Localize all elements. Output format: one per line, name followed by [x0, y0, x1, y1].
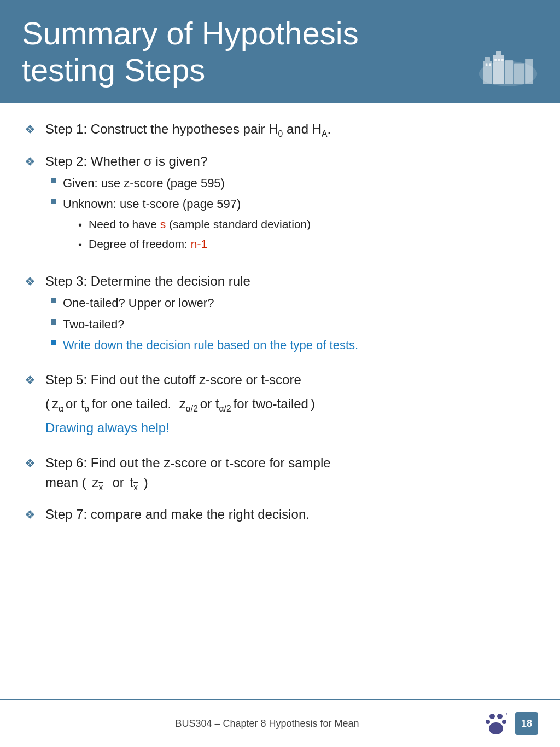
diamond-bullet-1: ❖ — [25, 121, 36, 138]
step-7-text: Step 7: compare and make the right decis… — [45, 505, 535, 524]
svg-rect-11 — [498, 59, 500, 61]
svg-rect-12 — [501, 59, 504, 61]
s-highlight: s — [160, 218, 166, 230]
slide-content: ❖ Step 1: Construct the hypotheses pair … — [0, 103, 560, 699]
square-bullet — [51, 178, 56, 183]
svg-point-16 — [502, 720, 506, 724]
slide-footer: BUS304 – Chapter 8 Hypothesis for Mean '… — [0, 699, 560, 747]
svg-rect-6 — [514, 64, 524, 84]
diamond-bullet-7: ❖ — [25, 507, 36, 524]
steps-list: ❖ Step 1: Construct the hypotheses pair … — [25, 120, 535, 524]
step-6-item: ❖ Step 6: Find out the z-score or t-scor… — [25, 454, 535, 493]
step-3-sub-1: One-tailed? Upper or lower? — [51, 295, 535, 312]
step-2-sublist: Given: use z-score (page 595) Unknown: u… — [51, 175, 535, 256]
svg-rect-7 — [525, 59, 533, 84]
svg-rect-5 — [505, 60, 514, 84]
step-5-text: Step 5: Find out the cutoff z-score or t… — [45, 372, 301, 387]
formula-open-paren: ( — [45, 395, 50, 413]
step-7-item: ❖ Step 7: compare and make the right dec… — [25, 505, 535, 524]
step-1-item: ❖ Step 1: Construct the hypotheses pair … — [25, 120, 535, 140]
dot-bullet: • — [78, 217, 82, 233]
formula-or-1: or tα — [66, 395, 90, 415]
slide-header: Summary of Hypothesistesting Steps — [0, 0, 560, 103]
diamond-bullet-5: ❖ — [25, 372, 36, 389]
step-2-sub-sub-2: • Degree of freedom: n-1 — [78, 236, 535, 252]
step-3-item: ❖ Step 3: Determine the decision rule On… — [25, 272, 535, 358]
degree-freedom-text: Degree of freedom: n-1 — [89, 236, 207, 252]
page-number-badge: 18 — [515, 712, 538, 735]
n-minus-1-highlight: n-1 — [191, 238, 207, 250]
header-logo — [472, 39, 538, 88]
svg-rect-8 — [486, 64, 488, 66]
diamond-bullet-3: ❖ — [25, 274, 36, 291]
step-2-content: Step 2: Whether σ is given? Given: use z… — [45, 152, 535, 260]
square-bullet — [51, 298, 56, 303]
svg-rect-2 — [485, 57, 490, 61]
step-2-sub-2-content: Unknown: use t-score (page 597) • Need t… — [63, 196, 535, 256]
or-connector: or — [105, 473, 124, 492]
svg-text:': ' — [506, 712, 507, 720]
footer-right: ' 18 — [482, 710, 538, 737]
paw-icon: ' — [482, 710, 510, 737]
formula-close-paren: ) — [311, 395, 315, 413]
dot-bullet-2: • — [78, 237, 82, 252]
svg-rect-9 — [489, 64, 491, 66]
step-6-formula: mean ( zx or tx ) — [45, 473, 535, 494]
formula-z-alpha: zα — [52, 395, 63, 415]
formula-space — [173, 395, 177, 413]
step-5-item: ❖ Step 5: Find out the cutoff z-score or… — [25, 370, 535, 442]
diamond-bullet-6: ❖ — [25, 455, 36, 472]
step-3-sublist: One-tailed? Upper or lower? Two-tailed? … — [51, 295, 535, 354]
drawing-help-text: Drawing always help! — [45, 419, 535, 437]
footer-text: BUS304 – Chapter 8 Hypothesis for Mean — [52, 718, 482, 729]
square-bullet — [51, 199, 56, 204]
svg-rect-4 — [496, 51, 501, 55]
need-s-text: Need to have s (sample standard deviatio… — [89, 216, 311, 232]
z-xbar: zx — [89, 473, 103, 494]
formula-z-alpha-half: zα/2 — [179, 395, 198, 415]
one-tailed-text: One-tailed? Upper or lower? — [63, 295, 214, 312]
formula-block: ( zα or tα for one tailed. zα/2 or tα/2 … — [45, 395, 535, 437]
formula-for-two: for two-tailed — [234, 395, 308, 413]
step-2-item: ❖ Step 2: Whether σ is given? Given: use… — [25, 152, 535, 260]
step-2-sub-sublist: • Need to have s (sample standard deviat… — [78, 216, 535, 252]
svg-point-15 — [486, 720, 490, 724]
formula-line: ( zα or tα for one tailed. zα/2 or tα/2 … — [45, 395, 535, 415]
slide-title: Summary of Hypothesistesting Steps — [22, 15, 472, 88]
step-6-text-1: Step 6: Find out the z-score or t-score … — [45, 454, 535, 472]
square-bullet — [51, 340, 56, 345]
formula-or-2: or tα/2 — [200, 395, 231, 415]
svg-point-14 — [497, 714, 503, 719]
step-2-sub-sub-1: • Need to have s (sample standard deviat… — [78, 216, 535, 233]
formula-for-one: for one tailed. — [92, 395, 171, 413]
decision-rule-text: Write down the decision rule based on th… — [63, 337, 358, 354]
step-5-content: Step 5: Find out the cutoff z-score or t… — [45, 370, 535, 442]
step-3-sub-2: Two-tailed? — [51, 316, 535, 333]
diamond-bullet-2: ❖ — [25, 154, 36, 171]
t-xbar: tx — [126, 473, 138, 494]
step-2-sub-2-text: Unknown: use t-score (page 597) — [63, 197, 241, 211]
step-6-content: Step 6: Find out the z-score or t-score … — [45, 454, 535, 493]
square-bullet — [51, 319, 56, 325]
svg-point-17 — [489, 722, 503, 734]
step-1-text: Step 1: Construct the hypotheses pair H0… — [45, 120, 535, 140]
step-2-text: Step 2: Whether σ is given? — [45, 154, 207, 169]
close-paren: ) — [140, 473, 148, 492]
step-2-sub-2: Unknown: use t-score (page 597) • Need t… — [51, 196, 535, 256]
step-2-sub-1-text: Given: use z-score (page 595) — [63, 175, 225, 192]
svg-point-13 — [489, 714, 495, 719]
step-3-content: Step 3: Determine the decision rule One-… — [45, 272, 535, 358]
two-tailed-text: Two-tailed? — [63, 316, 125, 333]
step-2-sub-1: Given: use z-score (page 595) — [51, 175, 535, 192]
building-icon — [478, 44, 538, 88]
mean-label: mean ( — [45, 473, 86, 492]
step-3-text: Step 3: Determine the decision rule — [45, 274, 250, 288]
step-3-sub-3: Write down the decision rule based on th… — [51, 337, 535, 354]
svg-rect-10 — [494, 59, 497, 61]
